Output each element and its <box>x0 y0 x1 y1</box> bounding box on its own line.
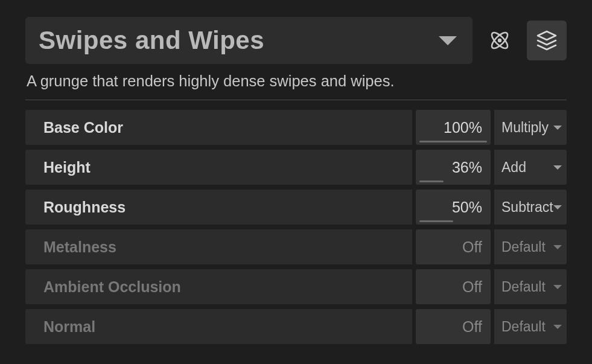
layers-tab-icon[interactable] <box>527 21 567 60</box>
channel-label[interactable]: Ambient Occlusion <box>25 269 412 304</box>
blend-mode-label: Default <box>501 279 546 295</box>
channel-label[interactable]: Base Color <box>25 110 412 145</box>
blend-mode-select[interactable]: Add <box>494 150 567 185</box>
channel-label[interactable]: Height <box>25 150 412 185</box>
value-track <box>419 180 444 182</box>
blend-mode-label: Subtract <box>501 199 553 216</box>
header-row: Swipes and Wipes <box>25 17 567 64</box>
svg-point-2 <box>498 39 501 42</box>
chevron-down-icon <box>553 205 562 209</box>
channel-row: NormalOffDefault <box>25 309 567 344</box>
channel-label[interactable]: Normal <box>25 309 412 344</box>
chevron-down-icon <box>553 325 562 329</box>
channel-value-input[interactable]: 36% <box>416 150 491 185</box>
channel-row: Base Color100%Multiply <box>25 110 567 145</box>
channel-value-input[interactable]: Off <box>416 269 491 304</box>
layer-panel: Swipes and Wipes A grunge that renders h… <box>0 0 592 356</box>
channel-value-input[interactable]: Off <box>416 229 491 264</box>
channel-value-text: Off <box>462 278 482 296</box>
chevron-down-icon <box>553 126 562 130</box>
preset-selector[interactable]: Swipes and Wipes <box>25 17 473 64</box>
blend-mode-label: Default <box>501 319 546 335</box>
channel-value-text: Off <box>462 318 482 336</box>
channel-value-text: 50% <box>452 199 482 216</box>
channel-row: Roughness50%Subtract <box>25 190 567 225</box>
channel-value-text: Off <box>462 238 482 256</box>
channel-row: MetalnessOffDefault <box>25 229 567 264</box>
channel-value-input[interactable]: 50% <box>416 190 491 225</box>
channel-value-text: 100% <box>444 119 482 136</box>
channel-value-input[interactable]: 100% <box>416 110 491 145</box>
channel-row: Ambient OcclusionOffDefault <box>25 269 567 304</box>
value-track <box>419 220 453 222</box>
blend-mode-select[interactable]: Default <box>494 269 567 304</box>
channel-value-text: 36% <box>452 159 482 176</box>
value-track <box>419 141 487 142</box>
divider <box>25 100 567 100</box>
preset-description: A grunge that renders highly dense swipe… <box>25 72 567 90</box>
preset-title: Swipes and Wipes <box>39 26 264 55</box>
blend-mode-select[interactable]: Multiply <box>494 110 567 145</box>
blend-mode-select[interactable]: Default <box>494 229 567 264</box>
channel-row: Height36%Add <box>25 150 567 185</box>
blend-mode-label: Multiply <box>501 120 549 136</box>
blend-mode-label: Add <box>501 159 526 176</box>
blend-mode-label: Default <box>501 239 546 255</box>
chevron-down-icon <box>553 285 562 289</box>
blend-mode-select[interactable]: Subtract <box>494 190 567 225</box>
chevron-down-icon <box>439 36 457 45</box>
channel-label[interactable]: Roughness <box>25 190 412 225</box>
blend-mode-select[interactable]: Default <box>494 309 567 344</box>
channel-list: Base Color100%MultiplyHeight36%AddRoughn… <box>25 110 567 344</box>
channel-value-input[interactable]: Off <box>416 309 491 344</box>
chevron-down-icon <box>553 245 562 249</box>
chevron-down-icon <box>553 165 562 170</box>
atom-tab-icon[interactable] <box>480 21 520 60</box>
channel-label[interactable]: Metalness <box>25 229 412 264</box>
